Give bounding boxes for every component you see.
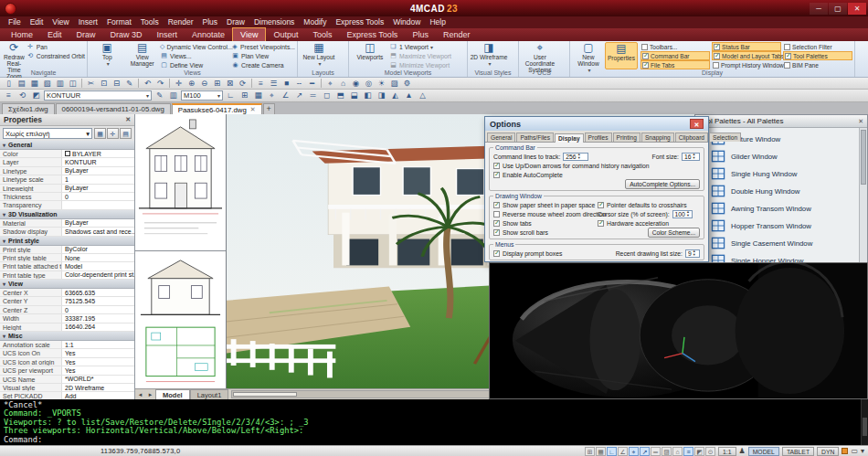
- dynamic-input-toggle[interactable]: ≡: [683, 447, 693, 456]
- option-use-up-down-arrows-for-command-history-navigation[interactable]: Use Up/Down arrows for command history n…: [493, 161, 700, 170]
- spinner-icon[interactable]: ▲▼: [693, 249, 696, 256]
- color-control-icon[interactable]: ■: [281, 79, 292, 89]
- preset-viewpoints-button[interactable]: ◈Preset Viewpoints...: [231, 42, 295, 51]
- menu-modify[interactable]: Modify: [299, 16, 331, 28]
- pan-icon[interactable]: ✛: [173, 79, 185, 89]
- properties-section-view[interactable]: ▾View: [0, 280, 134, 289]
- transparency-toggle[interactable]: ▨: [662, 447, 672, 456]
- ribbon-tab-express-tools[interactable]: Express Tools: [340, 28, 406, 41]
- ucs-icon-icon[interactable]: ⌂: [337, 79, 349, 89]
- property-value-field[interactable]: [62, 201, 134, 208]
- ribbon-tab-plus[interactable]: Plus: [405, 28, 436, 41]
- property-value-field[interactable]: KONTUUR: [62, 158, 134, 165]
- dynamic-input-button[interactable]: DYN: [817, 447, 839, 456]
- scrollbar-thumb[interactable]: [863, 418, 867, 436]
- menu-view[interactable]: View: [48, 16, 73, 28]
- option-reverse-mouse-wheel-zoom-direction[interactable]: Reverse mouse wheel zoom direction: [493, 209, 596, 218]
- settings-icon[interactable]: ⚙: [401, 79, 413, 89]
- polar-tool-icon[interactable]: ∠: [280, 90, 291, 101]
- property-value-field[interactable]: *WORLD*: [62, 376, 134, 383]
- property-value-field[interactable]: ByLayer: [62, 219, 134, 227]
- palette-tool-glider-window[interactable]: Glider Window: [711, 148, 855, 165]
- new-layout-button[interactable]: ▦ New Layout: [300, 42, 338, 69]
- open-file-icon[interactable]: ▤: [16, 79, 27, 89]
- ucs-button[interactable]: ⌖ User Coordinate Systems: [521, 42, 559, 69]
- dialog-tab-display[interactable]: Display: [555, 133, 583, 143]
- copy-icon[interactable]: ⊡: [98, 79, 110, 89]
- properties-section-general[interactable]: ▾General: [0, 141, 134, 150]
- menu-file[interactable]: File: [4, 16, 26, 28]
- dynamic-ucs-toggle[interactable]: ⌂: [672, 447, 683, 456]
- layer-states-icon[interactable]: ☰: [268, 79, 280, 89]
- zoom-out-icon[interactable]: ⊖: [198, 79, 210, 89]
- option-pointer-defaults-to-crosshairs[interactable]: Pointer defaults to crosshairs: [598, 200, 700, 209]
- zoom-extents-icon[interactable]: ⊠: [224, 79, 236, 89]
- render-tool-icon[interactable]: ◉: [350, 79, 362, 89]
- quick-properties-toggle[interactable]: ◩: [694, 447, 704, 456]
- property-value-field[interactable]: Add: [62, 392, 134, 399]
- property-value-field[interactable]: 63665.635: [62, 289, 134, 296]
- draw-order-below-icon[interactable]: ◨: [376, 90, 387, 101]
- dialog-title-bar[interactable]: Options ✕: [485, 117, 708, 131]
- menu-format[interactable]: Format: [102, 16, 136, 28]
- grid-toggle[interactable]: ▦: [596, 447, 606, 456]
- viewport-elevation-bottom[interactable]: [135, 251, 226, 388]
- spinner-icon[interactable]: ▲▼: [577, 153, 581, 159]
- display-toggle-tool-palettes[interactable]: Tool Palettes: [783, 51, 852, 60]
- property-value-field[interactable]: 0: [62, 306, 134, 313]
- viewport-elevation-top[interactable]: [135, 114, 226, 251]
- ribbon-tab-insert[interactable]: Insert: [150, 28, 185, 41]
- ribbon-tab-draw[interactable]: Draw: [69, 28, 103, 41]
- property-value-field[interactable]: 75125.545: [62, 297, 134, 304]
- viewports-button[interactable]: ◫ Viewports: [351, 42, 389, 69]
- properties-tool-button-2[interactable]: ▤: [120, 128, 132, 139]
- grid-tool-icon[interactable]: ▦: [252, 90, 264, 101]
- status-menu-icon[interactable]: ▾: [861, 447, 864, 455]
- properties-panel-header[interactable]: Properties ✕: [0, 114, 134, 126]
- autocomplete-options-button[interactable]: AutoComplete Options...: [625, 179, 700, 189]
- dialog-tab-general[interactable]: General: [487, 133, 515, 142]
- font-size-input[interactable]: 16▲▼: [682, 153, 700, 161]
- model-space-tool-icon[interactable]: ◻: [321, 90, 333, 101]
- menu-insert[interactable]: Insert: [74, 16, 102, 28]
- display-toggle-toolbars[interactable]: Toolbars...: [640, 42, 710, 51]
- scrollbar-thumb[interactable]: [233, 392, 297, 397]
- cut-icon[interactable]: ✂: [85, 79, 97, 89]
- spinner-icon[interactable]: ▲▼: [693, 153, 696, 159]
- property-value-field[interactable]: Yes: [62, 349, 134, 356]
- lineweight-icon[interactable]: ━: [306, 79, 318, 89]
- tool-palettes-header[interactable]: Tool Palettes - All Palettes ✕: [695, 115, 867, 128]
- dialog-tab-snapping[interactable]: Snapping: [641, 133, 674, 142]
- save-icon[interactable]: ▦: [28, 79, 40, 89]
- selection-dropdown[interactable]: Χωρίς επιλογή ▾: [3, 128, 92, 139]
- clean-screen-icon[interactable]: ▭: [851, 447, 858, 455]
- regen-icon[interactable]: ⟳: [237, 79, 249, 89]
- constrained-orbit-button[interactable]: ⟲Constrained Orbit: [26, 51, 85, 60]
- match-properties-icon[interactable]: ✎: [123, 79, 135, 89]
- property-value-field[interactable]: 1:1: [62, 341, 134, 348]
- dialog-tab-selection[interactable]: Selection: [709, 133, 741, 142]
- visual-style-dropdown[interactable]: ◨ 2D Wireframe: [470, 42, 508, 69]
- draw-order-back-icon[interactable]: ⬓: [348, 90, 360, 101]
- property-value-field[interactable]: Shadows cast and rece...: [62, 228, 134, 235]
- option-enable-autocomplete[interactable]: Enable AutoComplete: [493, 170, 700, 179]
- annotation-visibility-icon[interactable]: ♟: [739, 447, 746, 455]
- property-value-field[interactable]: 33387.195: [62, 314, 134, 322]
- esnap-toggle[interactable]: ⌖: [629, 447, 639, 456]
- sun-light-icon[interactable]: ☀: [376, 79, 387, 89]
- menu-render[interactable]: Render: [164, 16, 198, 28]
- palette-tool-double-hung-window[interactable]: Double Hung Window: [711, 183, 855, 200]
- menu-edit[interactable]: Edit: [26, 16, 48, 28]
- print-preview-icon[interactable]: ◫: [67, 79, 79, 89]
- orbit-3d-icon[interactable]: ◎: [363, 79, 375, 89]
- plan-view-button[interactable]: ▣Plan View: [231, 51, 295, 60]
- views-button[interactable]: ▤Views...: [160, 51, 231, 60]
- spinner-icon[interactable]: ▲▼: [686, 210, 690, 217]
- ribbon-tab-home[interactable]: Home: [4, 28, 40, 41]
- osnap-tool-icon[interactable]: ⌖: [266, 90, 278, 101]
- redraw-realtime-zoom-button[interactable]: ⟳ Redraw Real-Time Zoom: [2, 42, 26, 69]
- properties-tool-button-1[interactable]: ✛: [107, 128, 119, 139]
- recent-list-input[interactable]: 9▲▼: [685, 249, 700, 258]
- view-manager-button[interactable]: ▤ View Manager: [125, 42, 161, 69]
- linetype-icon[interactable]: ╌: [293, 79, 305, 89]
